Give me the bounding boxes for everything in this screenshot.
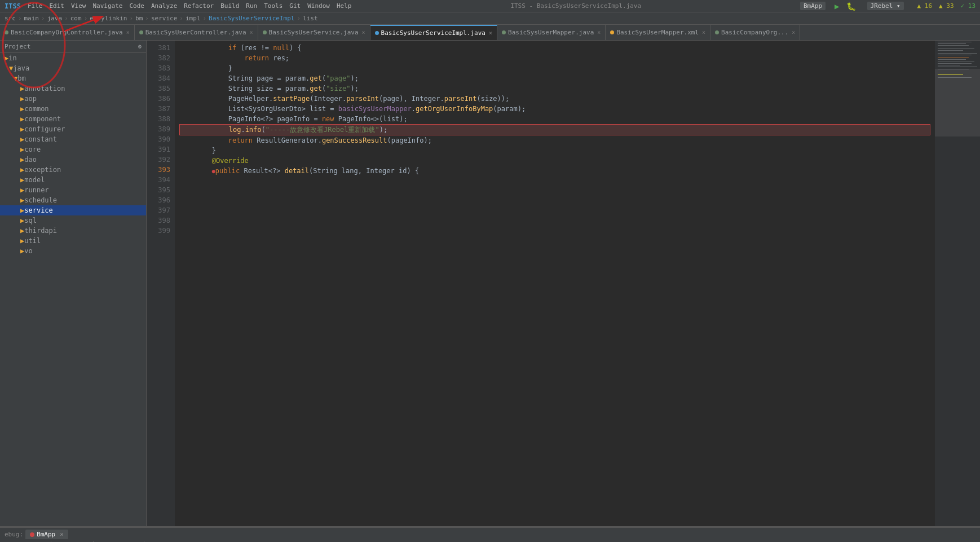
sidebar-item-dao[interactable]: ▶ dao	[0, 155, 146, 165]
tab-close-icon[interactable]: ×	[126, 29, 130, 36]
menu-code[interactable]: Code	[129, 2, 144, 10]
folder-icon: ▶	[5, 54, 8, 62]
line-numbers: 381 382 383 384 385 386 387 388 389 390 …	[147, 41, 175, 526]
svg-rect-8	[938, 55, 972, 55]
sidebar-item-vo[interactable]: ▶ vo	[0, 246, 146, 256]
tab-basicsysusermapper[interactable]: BasicSysUserMapper.java ×	[497, 25, 606, 40]
tab-close-icon[interactable]: ×	[362, 29, 365, 36]
sidebar-item-common[interactable]: ▶ common	[0, 104, 146, 114]
sidebar-item-aop[interactable]: ▶ aop	[0, 94, 146, 104]
sidebar-settings-icon[interactable]: ⚙	[138, 43, 142, 50]
sidebar-item-in[interactable]: ▶ in	[0, 53, 146, 63]
toolbar-bm-app[interactable]: BmApp	[800, 2, 826, 10]
menu-refactor[interactable]: Refactor	[184, 2, 214, 10]
toolbar-jrebel[interactable]: JRebel ▾	[867, 2, 904, 10]
sidebar-item-bm[interactable]: ▼ bm	[0, 73, 146, 83]
folder-icon: ▶	[20, 115, 24, 123]
svg-rect-5	[938, 49, 974, 49]
code-line-399: ●public Result<?> detail(String lang, In…	[179, 166, 930, 177]
app-logo: ITSS	[5, 2, 21, 10]
bc-bm[interactable]: bm	[135, 15, 143, 22]
folder-icon: ▶	[20, 176, 24, 184]
menu-view[interactable]: View	[71, 2, 86, 10]
bc-impl[interactable]: impl	[186, 15, 201, 22]
tab-basicsysuserserviceimpl[interactable]: BasicSysUserServiceImpl.java ×	[370, 25, 497, 40]
sidebar-title: Project	[5, 43, 30, 50]
bc-src[interactable]: src	[5, 15, 16, 22]
code-editor[interactable]: if (res != null) { return res; } String …	[175, 41, 935, 526]
bc-easylinkin[interactable]: easylinkin	[90, 15, 127, 22]
svg-rect-2	[938, 42, 972, 42]
sidebar-item-core[interactable]: ▶ core	[0, 144, 146, 155]
menu-help[interactable]: Help	[337, 2, 352, 10]
tab-basicsysusermapperxml[interactable]: BasicSysUserMapper.xml ×	[606, 25, 710, 40]
menu-bar: ITSS File Edit View Navigate Code Analyz…	[0, 0, 980, 12]
bc-com[interactable]: com	[70, 15, 82, 22]
folder-icon: ▼	[14, 74, 17, 82]
menu-git[interactable]: Git	[289, 2, 301, 10]
main-layout: Project ⚙ ▶ in ▼ java ▼ bm ▶	[0, 41, 980, 526]
menu-window[interactable]: Window	[307, 2, 330, 10]
code-line-393: log.info("-----故意修改看JRebel重新加载");	[179, 124, 930, 135]
bc-main[interactable]: main	[24, 15, 39, 22]
tab-basiccompanyorg[interactable]: BasicCompanyOrg... ×	[710, 25, 800, 40]
code-line-390: List<SysOrgUserDto> list = basicSysUserM…	[179, 104, 930, 114]
folder-icon: ▶	[20, 156, 24, 164]
toolbar-run-btn[interactable]: ▶	[835, 2, 839, 11]
tab-basicsysusercontroller[interactable]: BasicSysUserController.java ×	[135, 25, 258, 40]
sidebar-item-runner[interactable]: ▶ runner	[0, 185, 146, 195]
menu-run[interactable]: Run	[246, 2, 257, 10]
debug-app-close[interactable]: ×	[60, 531, 64, 538]
bc-method[interactable]: list	[303, 15, 318, 22]
sidebar-item-exception[interactable]: ▶ exception	[0, 165, 146, 175]
menu-analyze[interactable]: Analyze	[151, 2, 177, 10]
menu-build[interactable]: Build	[220, 2, 239, 10]
debug-app-tab[interactable]: BmApp ×	[25, 530, 68, 539]
sidebar-item-thirdapi[interactable]: ▶ thirdapi	[0, 226, 146, 236]
sidebar-item-service[interactable]: ▶ service	[0, 205, 146, 215]
menu-edit[interactable]: Edit	[49, 2, 64, 10]
title-display: ITSS - BasicSysUserServiceImpl.java	[510, 2, 641, 10]
sidebar-item-configurer[interactable]: ▶ configurer	[0, 124, 146, 134]
sidebar-item-annotation[interactable]: ▶ annotation	[0, 83, 146, 94]
menu-file[interactable]: File	[28, 2, 43, 10]
editor-area: 381 382 383 384 385 386 387 388 389 390 …	[147, 41, 980, 526]
folder-icon: ▶	[20, 227, 24, 235]
toolbar-debug-btn[interactable]: 🐛	[846, 2, 856, 11]
tab-close-icon[interactable]: ×	[702, 29, 705, 36]
menu-navigate[interactable]: Navigate	[92, 2, 122, 10]
code-line-388: PageHelper.startPage(Integer.parseInt(pa…	[179, 94, 930, 104]
sidebar-header: Project ⚙	[0, 41, 146, 53]
folder-icon: ▶	[20, 247, 24, 255]
sidebar-item-sql[interactable]: ▶ sql	[0, 215, 146, 226]
code-line-383: }	[179, 63, 930, 73]
svg-rect-12	[938, 63, 972, 64]
svg-rect-4	[938, 45, 969, 46]
sidebar-item-util[interactable]: ▶ util	[0, 236, 146, 246]
menu-tools[interactable]: Tools	[264, 2, 282, 10]
bc-classname[interactable]: BasicSysUserServiceImpl	[209, 15, 294, 22]
sidebar-item-schedule[interactable]: ▶ schedule	[0, 195, 146, 205]
check-count: ✓ 13	[961, 2, 976, 10]
code-line-391: PageInfo<?> pageInfo = new PageInfo<>(li…	[179, 114, 930, 124]
debug-dot-icon	[30, 532, 34, 537]
tab-basiccompanyorgcontroller[interactable]: BasicCompanyOrgController.java ×	[0, 25, 135, 40]
sidebar-item-model[interactable]: ▶ model	[0, 175, 146, 185]
tab-close-icon[interactable]: ×	[597, 29, 601, 36]
tab-close-active-icon[interactable]: ×	[489, 30, 492, 36]
tab-basicsysuserservice[interactable]: BasicSysUserService.java ×	[258, 25, 370, 40]
tab-close-icon[interactable]: ×	[792, 29, 795, 36]
project-sidebar: Project ⚙ ▶ in ▼ java ▼ bm ▶	[0, 41, 147, 526]
bc-java[interactable]: java	[47, 15, 63, 22]
sidebar-item-component[interactable]: ▶ component	[0, 114, 146, 124]
tab-close-icon[interactable]: ×	[250, 29, 253, 36]
folder-icon: ▶	[20, 125, 24, 133]
error-count: ▲ 33	[939, 2, 954, 10]
svg-rect-6	[938, 50, 963, 51]
sidebar-item-constant[interactable]: ▶ constant	[0, 134, 146, 144]
debug-label: ebug:	[5, 531, 23, 538]
svg-rect-7	[938, 53, 977, 54]
sidebar-item-java[interactable]: ▼ java	[0, 63, 146, 73]
bc-service[interactable]: service	[151, 15, 177, 22]
folder-icon: ▶	[20, 166, 24, 174]
